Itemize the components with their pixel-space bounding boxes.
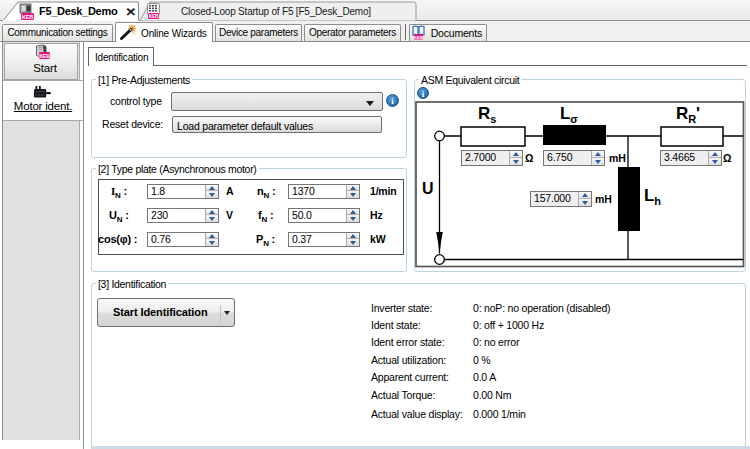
svg-text:KEB: KEB — [39, 53, 50, 59]
svg-text:KEB: KEB — [414, 35, 423, 40]
svg-text:KEB: KEB — [149, 14, 159, 19]
svg-text:KEB: KEB — [22, 14, 33, 20]
